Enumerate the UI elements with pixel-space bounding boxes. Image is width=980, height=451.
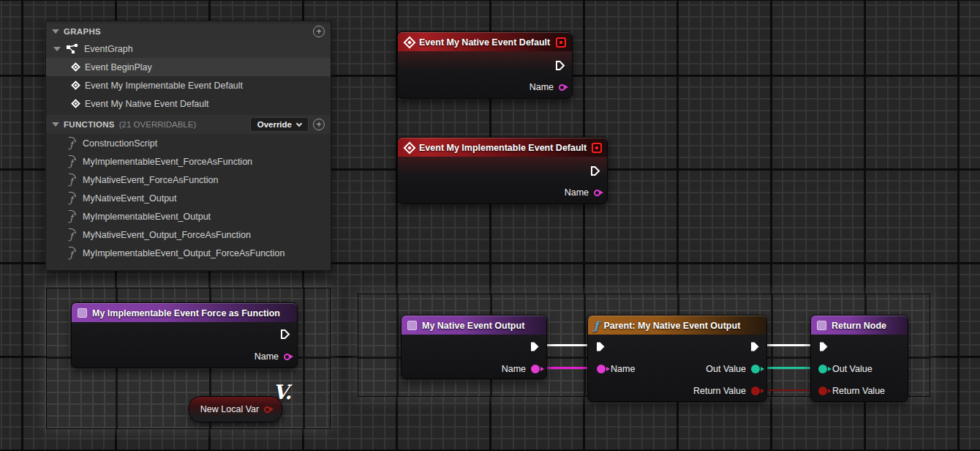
graphs-section-header[interactable]: GRAPHS + (46, 23, 331, 40)
function-entry-icon (78, 308, 87, 318)
node-title: Parent: My Native Event Output (603, 321, 740, 331)
exec-in-pin[interactable] (595, 340, 606, 352)
name-in-pin[interactable]: Name (597, 363, 635, 375)
out-value-pin[interactable]: Out Value (818, 363, 872, 375)
node-header[interactable]: My Native Event Output (402, 316, 546, 335)
node-header[interactable]: My Implementable Event Force as Function (72, 303, 297, 322)
graphs-section-title: GRAPHS (64, 27, 101, 36)
local-var-label: New Local Var (200, 404, 259, 414)
function-label: MyImplementableEvent_Output (83, 212, 211, 222)
functions-section-title: FUNCTIONS (64, 120, 115, 129)
exec-pin-icon (590, 165, 600, 176)
return-value-pin-icon (818, 387, 827, 395)
name-out-pin[interactable]: Name (502, 363, 540, 375)
exec-pin-icon (750, 341, 760, 352)
name-out-pin[interactable]: Name (529, 81, 565, 93)
node-header[interactable]: Event My Native Event Default (398, 32, 572, 51)
name-pin-icon (531, 365, 540, 373)
collapse-arrow-icon[interactable] (53, 47, 61, 51)
node-event-my-implementable-event-default[interactable]: Event My Implementable Event Default Nam… (397, 137, 608, 204)
exec-out-pin[interactable] (590, 165, 600, 176)
override-function-icon: ƒ (66, 228, 77, 242)
collapse-arrow-icon[interactable] (52, 29, 59, 34)
function-label: MyNativeEvent_ForceAsFunction (83, 175, 219, 185)
sidebar-item-function[interactable]: ƒ MyImplementableEvent_Output (46, 207, 331, 225)
out-value-pin[interactable]: Out Value (706, 363, 760, 375)
sidebar-item-constructionscript[interactable]: ƒ ConstructionScript (46, 134, 331, 152)
event-icon (71, 81, 80, 90)
function-icon: ƒ (594, 321, 598, 331)
function-label: MyImplementableEvent_Output_ForceAsFunct… (83, 248, 285, 258)
pin-label: Out Value (832, 364, 872, 374)
name-out-pin[interactable]: Name (255, 351, 290, 362)
graph-label: EventGraph (84, 44, 133, 54)
chevron-down-icon (296, 120, 302, 126)
node-my-native-event-output[interactable]: My Native Event Output Name (401, 315, 547, 379)
event-label: Event My Native Event Default (85, 99, 209, 109)
my-blueprint-panel: GRAPHS + EventGraph Event BeginPlay Even… (45, 20, 331, 271)
node-title: Event My Native Event Default (419, 37, 550, 48)
local-var-pin-icon[interactable] (264, 406, 271, 413)
function-entry-icon (817, 321, 826, 330)
override-dropdown-button[interactable]: Override (250, 117, 309, 132)
node-title: My Implementable Event Force as Function (92, 308, 280, 318)
sidebar-item-event-my-native[interactable]: Event My Native Event Default (46, 94, 331, 113)
node-event-my-native-event-default[interactable]: Event My Native Event Default Name (397, 31, 573, 99)
exec-pin-icon (818, 341, 829, 352)
functions-section-header[interactable]: FUNCTIONS (21 OVERRIDABLE) Override + (46, 115, 331, 134)
function-label: MyNativeEvent_Output (83, 193, 177, 204)
event-graph-icon (67, 44, 78, 54)
node-new-local-var[interactable]: V. New Local Var (189, 396, 282, 422)
node-parent-my-native-event-output[interactable]: ƒ Parent: My Native Event Output Name Ou… (587, 315, 767, 402)
node-title: Event My Implementable Event Default (419, 143, 587, 153)
collapse-arrow-icon[interactable] (52, 122, 59, 127)
node-title: My Native Event Output (422, 321, 524, 331)
override-indicator-icon[interactable] (592, 143, 602, 153)
return-value-pin-icon (751, 387, 760, 395)
node-return-node[interactable]: Return Node Out Value Return Value (810, 315, 908, 402)
sidebar-item-event-my-implementable[interactable]: Event My Implementable Event Default (46, 76, 331, 94)
sidebar-item-event-beginplay[interactable]: Event BeginPlay (46, 58, 331, 76)
out-value-pin-icon (818, 365, 827, 373)
exec-out-pin[interactable] (555, 59, 565, 71)
event-label: Event BeginPlay (85, 62, 152, 72)
sidebar-item-function[interactable]: ƒ MyImplementableEvent_Output_ForceAsFun… (46, 244, 331, 262)
event-label: Event My Implementable Event Default (85, 81, 243, 91)
node-header[interactable]: Event My Implementable Event Default (398, 138, 607, 157)
function-label: MyNativeEvent_Output_ForceAsFunction (83, 230, 251, 240)
blueprint-graph-canvas[interactable]: GRAPHS + EventGraph Event BeginPlay Even… (0, 0, 980, 451)
override-indicator-icon[interactable] (556, 37, 566, 48)
exec-pin-icon (555, 60, 565, 71)
name-pin-icon (284, 354, 290, 360)
pin-label: Name (255, 351, 279, 362)
function-label: MyImplementableEvent_ForceAsFunction (83, 157, 252, 167)
name-pin-icon (597, 365, 606, 373)
sidebar-item-eventgraph[interactable]: EventGraph (46, 40, 331, 58)
event-icon (71, 99, 80, 108)
name-out-pin[interactable]: Name (565, 187, 600, 198)
pin-label: Name (529, 82, 554, 92)
override-function-icon: ƒ (66, 137, 77, 150)
pin-label: Name (611, 364, 635, 374)
add-function-button[interactable]: + (313, 119, 325, 130)
exec-out-pin[interactable] (750, 340, 760, 352)
sidebar-item-function[interactable]: ƒ MyNativeEvent_Output_ForceAsFunction (46, 225, 331, 244)
sidebar-item-function[interactable]: ƒ MyNativeEvent_Output (46, 189, 331, 207)
function-entry-icon (407, 321, 417, 330)
node-header[interactable]: ƒ Parent: My Native Event Output (588, 316, 766, 335)
header-tint (398, 51, 572, 70)
add-graph-button[interactable]: + (313, 26, 325, 37)
return-value-pin[interactable]: Return Value (818, 385, 885, 397)
sidebar-item-function[interactable]: ƒ MyNativeEvent_ForceAsFunction (46, 171, 331, 189)
event-icon (71, 62, 80, 72)
exec-out-pin[interactable] (529, 340, 540, 352)
override-function-icon: ƒ (66, 174, 77, 187)
pin-label: Return Value (693, 386, 746, 396)
override-function-icon: ƒ (66, 192, 77, 205)
return-value-pin[interactable]: Return Value (693, 385, 760, 397)
node-header[interactable]: Return Node (811, 316, 908, 335)
exec-in-pin[interactable] (818, 340, 829, 352)
exec-out-pin[interactable] (280, 328, 290, 340)
node-my-implementable-event-force-as-function[interactable]: My Implementable Event Force as Function… (71, 302, 298, 368)
sidebar-item-function[interactable]: ƒ MyImplementableEvent_ForceAsFunction (46, 152, 331, 171)
